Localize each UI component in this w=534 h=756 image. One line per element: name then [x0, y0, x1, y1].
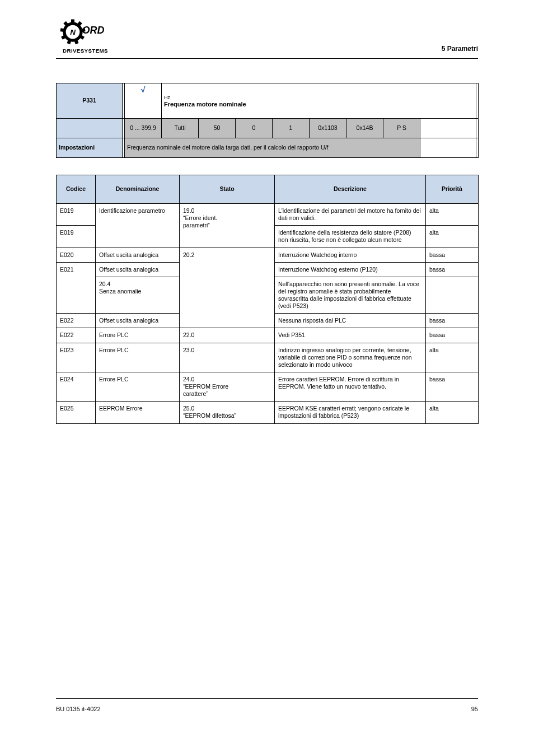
state-cell: 23.0 [180, 343, 275, 372]
name-cell: Errore PLC [96, 328, 180, 343]
param-title-cell: Hz Frequenza motore nominale [162, 83, 476, 119]
state-cell: 19.0 “Errore ident. parametri” [180, 204, 275, 248]
state-cell: 24.0 “EEPROM Errore carattere” [180, 372, 275, 401]
t1-cell: 0 ... 399,9 [125, 119, 162, 138]
empty-cell [420, 138, 476, 158]
param-code-cell: P331 [57, 83, 123, 119]
t1-cell: 0x14B [346, 119, 383, 138]
code-cell: E021 [57, 262, 96, 314]
empty-hdr [57, 119, 123, 138]
brand-logo: N ORD DRIVESYSTEMS [56, 17, 115, 55]
table-row: E019 Identificazione parametro 19.0 “Err… [57, 204, 479, 226]
prio-cell: alta [426, 204, 479, 226]
empty-cell [420, 119, 476, 138]
desc-cell: Interruzione Watchdog interno [275, 248, 426, 262]
t1-cell: P S [383, 119, 420, 138]
state-cell: 20.2 [180, 248, 275, 328]
t1-cell: 0x1103 [310, 119, 346, 138]
code-cell: E025 [57, 402, 96, 423]
state-cell: 25.0 “EEPROM difettosa” [180, 402, 275, 423]
desc-cell: Vedi P351 [275, 328, 426, 343]
desc-cell: Interruzione Watchdog esterno (P120) [275, 262, 426, 277]
name-cell: Offset uscita analogica [96, 248, 180, 262]
t1-cell: 1 [273, 119, 310, 138]
footer-right: 95 [471, 706, 478, 712]
svg-text:DRIVESYSTEMS: DRIVESYSTEMS [63, 48, 108, 54]
table-row: E020 Offset uscita analogica 20.2 Interr… [57, 248, 479, 262]
table-row: E024 Errore PLC 24.0 “EEPROM Errore cara… [57, 372, 479, 401]
t2-h0: Codice [57, 175, 96, 204]
desc-cell: Identificazione della resistenza dello s… [275, 226, 426, 248]
code-cell: E019 [57, 226, 96, 248]
desc-cell: L'identificazione dei parametri del moto… [275, 204, 426, 226]
desc-cell: Nell'apparecchio non sono presenti anoma… [275, 277, 426, 314]
prio-cell: bassa [426, 314, 479, 328]
t2-h3: Descrizione [275, 175, 426, 204]
prio-cell: bassa [426, 262, 479, 277]
check-cell: √ [125, 83, 162, 119]
t2-h1: Denominazione [96, 175, 180, 204]
prio-cell: bassa [426, 248, 479, 262]
name-cell: Offset uscita analogica [96, 262, 180, 277]
prio-cell: bassa [426, 328, 479, 343]
footer-rule [56, 698, 478, 699]
code-cell: E024 [57, 372, 96, 401]
t1-cell: Tutti [162, 119, 199, 138]
code-cell: E020 [57, 248, 96, 262]
svg-text:ORD: ORD [82, 25, 105, 36]
state-cell: 22.0 [180, 328, 275, 343]
t1-row2-value: Frequenza nominale del motore dalla targ… [125, 138, 420, 158]
check-icon: √ [141, 85, 146, 94]
name-cell: Offset uscita analogica [96, 314, 180, 328]
t2-h2: Stato [180, 175, 275, 204]
desc-cell: Nessuna risposta dal PLC [275, 314, 426, 328]
prio-cell [426, 277, 479, 314]
svg-text:N: N [70, 28, 76, 36]
table-row: E025 EEPROM Errore 25.0 “EEPROM difettos… [57, 402, 479, 423]
svg-rect-1 [71, 20, 74, 25]
t1-cell: 0 [236, 119, 273, 138]
code-cell: E022 [57, 328, 96, 343]
prio-cell: alta [426, 402, 479, 423]
prio-cell: alta [426, 226, 479, 248]
unit-super: Hz [164, 95, 170, 100]
prio-cell: bassa [426, 372, 479, 401]
spacer-cell [476, 119, 479, 138]
page-section-title: 5 Parametri [442, 45, 478, 53]
name-cell: Errore PLC [96, 343, 180, 372]
header-rule [56, 58, 478, 59]
name-cell: Identificazione parametro [96, 204, 180, 248]
code-cell: E022 [57, 314, 96, 328]
spacer-cell [476, 83, 479, 119]
desc-cell: Errore caratteri EEPROM. Errore di scrit… [275, 372, 426, 401]
desc-cell: EEPROM KSE caratteri errati; vengono car… [275, 402, 426, 423]
prio-cell: alta [426, 343, 479, 372]
table-row: E023 Errore PLC 23.0 Indirizzo ingresso … [57, 343, 479, 372]
table-row: E022 Errore PLC 22.0 Vedi P351 bassa [57, 328, 479, 343]
footer-left: BU 0135 it-4022 [56, 706, 101, 712]
t2-h4: Priorità [426, 175, 479, 204]
desc-cell: Indirizzo ingresso analogico per corrent… [275, 343, 426, 372]
error-codes-table: Codice Denominazione Stato Descrizione P… [56, 175, 479, 424]
name-cell: 20.4 Senza anomalie [96, 277, 180, 314]
page-footer: BU 0135 it-4022 95 [56, 706, 478, 712]
code-cell: E019 [57, 204, 96, 226]
code-cell: E023 [57, 343, 96, 372]
param-title: Frequenza motore nominale [164, 101, 246, 108]
parameter-table: P331 √ Hz Frequenza motore nominale 0 ..… [56, 83, 479, 158]
name-cell: EEPROM Errore [96, 402, 180, 423]
t1-cell: 50 [199, 119, 236, 138]
t1-row2-label: Impostazioni [57, 138, 123, 158]
name-cell: Errore PLC [96, 372, 180, 401]
spacer-cell [476, 138, 479, 158]
